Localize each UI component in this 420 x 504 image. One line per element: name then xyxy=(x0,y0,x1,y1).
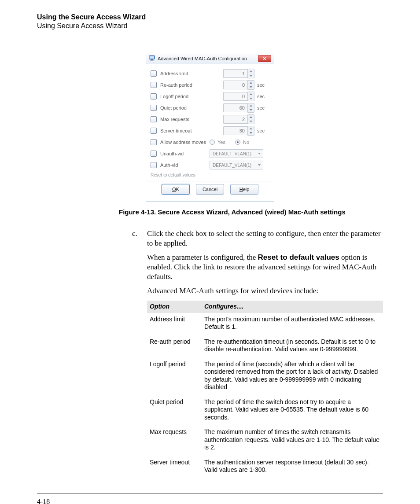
body-p2-pre: When a parameter is configured, the xyxy=(147,253,258,261)
unit: sec xyxy=(257,128,269,133)
combo-unauth-vid[interactable]: DEFAULT_VLAN(1) xyxy=(210,149,263,158)
checkbox-reauth-period[interactable] xyxy=(151,82,157,88)
checkbox-quiet-period[interactable] xyxy=(151,105,157,111)
spin-up-icon[interactable] xyxy=(248,69,254,74)
unit: sec xyxy=(257,94,269,99)
spin-down-icon[interactable] xyxy=(248,131,254,135)
body-p2-bold: Reset to default values xyxy=(258,253,339,261)
table-row: Max requestsThe maximum number of times … xyxy=(147,425,383,456)
close-button[interactable] xyxy=(258,55,271,62)
checkbox-unauth-vid[interactable] xyxy=(151,151,157,157)
radio-yes[interactable] xyxy=(210,140,215,145)
spinner-value: 60 xyxy=(223,103,247,112)
opt-cell: Logoff period xyxy=(147,357,202,395)
spinner-logoff-period[interactable]: 0 xyxy=(223,92,254,101)
ok-button[interactable]: OK xyxy=(162,184,190,195)
table-row: Quiet periodThe period of time the switc… xyxy=(147,395,383,426)
table-row: Logoff periodThe period of time (seconds… xyxy=(147,357,383,395)
combo-value: DEFAULT_VLAN(1) xyxy=(213,163,251,168)
radio-no[interactable] xyxy=(235,140,240,145)
body-p1: Click the check box to select the settin… xyxy=(147,229,381,247)
spin-up-icon[interactable] xyxy=(248,92,254,96)
checkbox-auth-vid[interactable] xyxy=(151,162,157,168)
page-header-bold: Using the Secure Access Wizard xyxy=(37,13,383,21)
opt-cell: Address limit xyxy=(147,312,202,335)
checkbox-logoff-period[interactable] xyxy=(151,93,157,99)
footer-rule xyxy=(37,493,383,493)
spinner-max-requests[interactable]: 2 xyxy=(223,114,254,124)
help-button[interactable]: Help xyxy=(230,184,258,195)
checkbox-server-timeout[interactable] xyxy=(151,128,157,134)
chevron-down-icon xyxy=(258,163,261,167)
table-header-configures: Configures.... xyxy=(202,301,383,313)
spin-up-icon[interactable] xyxy=(248,126,254,131)
label-logoff-period: Logoff period xyxy=(160,94,223,99)
combo-auth-vid[interactable]: DEFAULT_VLAN(1) xyxy=(210,161,263,169)
spinner-value: 1 xyxy=(223,69,247,78)
spinner-quiet-period[interactable]: 60 xyxy=(223,103,254,113)
body-p3: Advanced MAC-Auth settings for wired dev… xyxy=(147,286,383,296)
spin-up-icon[interactable] xyxy=(248,115,254,119)
page-header-sub: Using Secure Access Wizard xyxy=(37,22,383,30)
opt-cell: Quiet period xyxy=(147,395,202,426)
radio-no-label: No xyxy=(243,140,249,145)
svg-rect-2 xyxy=(151,59,153,60)
list-marker: c. xyxy=(132,229,137,239)
desc-cell: The period of time (seconds) after which… xyxy=(202,357,383,395)
options-table: Option Configures.... Address limitThe p… xyxy=(147,301,383,478)
combo-value: DEFAULT_VLAN(1) xyxy=(213,151,251,156)
desc-cell: The port's maximum number of authenticat… xyxy=(202,312,383,335)
checkbox-allow-moves[interactable] xyxy=(151,139,157,145)
table-header-option: Option xyxy=(147,301,202,313)
label-max-requests: Max requests xyxy=(160,117,223,122)
label-auth-vid: Auth-vid xyxy=(160,162,210,168)
table-row: Address limitThe port's maximum number o… xyxy=(147,312,383,335)
dialog-titlebar[interactable]: Advanced Wired MAC-Auth Configuration xyxy=(146,53,274,64)
spinner-value: 30 xyxy=(223,126,247,135)
desc-cell: The authentication server response timeo… xyxy=(202,456,383,478)
opt-cell: Max requests xyxy=(147,425,202,456)
spinner-value: 0 xyxy=(223,81,247,89)
dialog-title: Advanced Wired MAC-Auth Configuration xyxy=(158,56,247,61)
label-reauth-period: Re-auth period xyxy=(160,82,223,88)
table-row: Server timeoutThe authentication server … xyxy=(147,456,383,478)
spinner-reauth-period[interactable]: 0 xyxy=(223,80,254,90)
label-quiet-period: Quiet period xyxy=(160,105,223,110)
table-row: Re-auth periodThe re-authentication time… xyxy=(147,335,383,357)
cancel-button[interactable]: Cancel xyxy=(196,184,224,195)
spin-down-icon[interactable] xyxy=(248,108,254,112)
reset-link[interactable]: Reset to default values xyxy=(151,173,269,177)
spin-down-icon[interactable] xyxy=(248,85,254,89)
desc-cell: The re-authentication timeout (in second… xyxy=(202,335,383,357)
label-allow-moves: Allow address moves xyxy=(160,140,210,145)
svg-rect-3 xyxy=(150,60,154,61)
spin-down-icon[interactable] xyxy=(248,119,254,124)
desc-cell: The period of time the switch does not t… xyxy=(202,395,383,426)
spin-up-icon[interactable] xyxy=(248,81,254,85)
spinner-address-limit[interactable]: 1 xyxy=(223,69,254,78)
label-unauth-vid: Unauth-vid xyxy=(160,151,210,156)
checkbox-address-limit[interactable] xyxy=(151,70,157,77)
label-server-timeout: Server timeout xyxy=(160,128,223,133)
radio-yes-label: Yes xyxy=(217,140,225,145)
spin-up-icon[interactable] xyxy=(248,103,254,108)
opt-cell: Re-auth period xyxy=(147,335,202,357)
spinner-value: 0 xyxy=(223,92,247,101)
label-address-limit: Address limit xyxy=(160,71,223,76)
opt-cell: Server timeout xyxy=(147,456,202,478)
dialog-window: Advanced Wired MAC-Auth Configuration Ad… xyxy=(146,53,274,202)
spin-down-icon[interactable] xyxy=(248,96,254,101)
figure-caption: Figure 4-13. Secure Access Wizard, Advan… xyxy=(119,208,383,216)
unit: sec xyxy=(257,82,269,88)
page-number: 4-18 xyxy=(37,498,383,504)
checkbox-max-requests[interactable] xyxy=(151,116,157,122)
chevron-down-icon xyxy=(258,152,261,155)
spinner-value: 2 xyxy=(223,115,247,124)
svg-rect-1 xyxy=(150,56,154,59)
spinner-server-timeout[interactable]: 30 xyxy=(223,126,254,136)
unit: sec xyxy=(257,105,269,110)
monitor-icon xyxy=(149,55,155,62)
desc-cell: The maximum number of times the switch r… xyxy=(202,425,383,456)
spin-down-icon[interactable] xyxy=(248,74,254,78)
